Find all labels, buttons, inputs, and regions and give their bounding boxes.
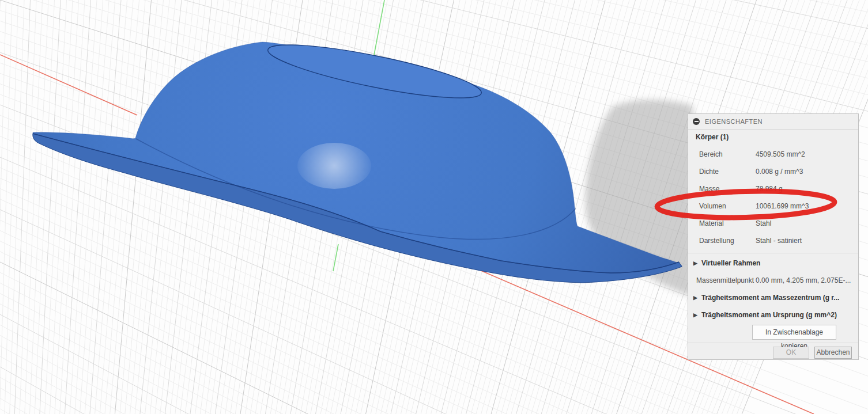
section-inertia-origin[interactable]: ▶Trägheitsmoment am Ursprung (g mm^2): [693, 310, 837, 320]
property-value: 0.00 mm, 4.205 mm, 2.075E-...: [756, 276, 851, 285]
section-label: Trägheitsmoment am Massezentrum (g r...: [701, 294, 839, 302]
footer-divider: [688, 343, 858, 343]
property-value: 0.008 g / mm^3: [756, 167, 803, 176]
property-label: Dichte: [699, 167, 719, 176]
property-label: Volumen: [699, 202, 726, 211]
property-value: 78.984 g: [756, 184, 783, 193]
expand-arrow-icon: ▶: [693, 259, 697, 268]
section-virtual-frame[interactable]: ▶Virtueller Rahmen: [693, 259, 760, 268]
property-value: Stahl - satiniert: [756, 236, 802, 245]
property-label: Masse: [699, 184, 719, 193]
dialog-header: EIGENSCHAFTEN: [688, 114, 858, 130]
ok-button[interactable]: OK: [773, 347, 809, 359]
collapse-minus-icon[interactable]: [693, 118, 700, 125]
section-inertia-mass-center[interactable]: ▶Trägheitsmoment am Massezentrum (g r...: [693, 293, 839, 302]
property-label: Darstellung: [699, 236, 734, 245]
properties-dialog: EIGENSCHAFTEN Körper (1) Bereich 4509.50…: [688, 113, 859, 360]
application-window: EIGENSCHAFTEN Körper (1) Bereich 4509.50…: [0, 0, 868, 414]
expand-arrow-icon: ▶: [693, 310, 697, 320]
property-label: Bereich: [699, 150, 723, 159]
property-value: Stahl: [756, 219, 771, 228]
property-label: Massenmittelpunkt: [696, 276, 754, 285]
hat-model[interactable]: [33, 35, 682, 283]
property-value: 4509.505 mm^2: [756, 150, 805, 159]
section-label: Virtueller Rahmen: [701, 259, 760, 267]
body-group-title: Körper (1): [696, 132, 729, 142]
hat-highlight: [297, 143, 371, 189]
property-value: 10061.699 mm^3: [756, 202, 809, 211]
property-label: Material: [699, 219, 724, 228]
y-axis-green: [373, 0, 384, 61]
copy-to-clipboard-button[interactable]: In Zwischenablage kopieren: [752, 325, 836, 340]
cancel-button[interactable]: Abbrechen: [814, 347, 852, 359]
dialog-title: EIGENSCHAFTEN: [705, 118, 763, 125]
expand-arrow-icon: ▶: [693, 293, 697, 302]
section-label: Trägheitsmoment am Ursprung (g mm^2): [701, 311, 837, 319]
divider: [688, 253, 858, 253]
